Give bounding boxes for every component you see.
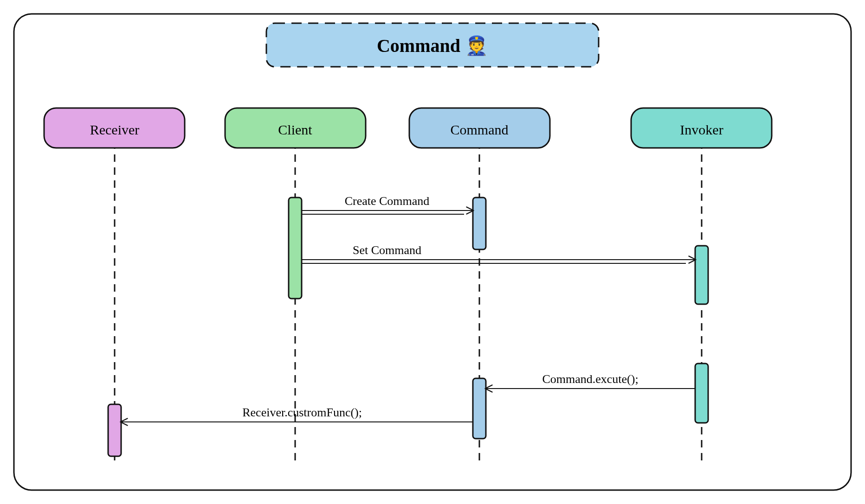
message-receiver-custom-func-label: Receiver.custromFunc(); xyxy=(242,406,362,419)
message-set-command-label: Set Command xyxy=(353,243,421,257)
activation-command-1 xyxy=(473,198,486,249)
diagram-frame xyxy=(14,14,851,490)
message-command-execute-label: Command.excute(); xyxy=(542,372,638,386)
sequence-diagram: Command 👮 Receiver Client Command Invoke… xyxy=(0,0,865,504)
activation-client xyxy=(289,198,302,299)
activation-receiver xyxy=(108,404,121,456)
activation-invoker-1 xyxy=(695,246,708,304)
actor-client-label: Client xyxy=(278,122,312,137)
activation-command-2 xyxy=(473,378,486,439)
diagram-title: Command 👮 xyxy=(377,34,488,57)
message-create-command-label: Create Command xyxy=(345,194,430,208)
actor-invoker-label: Invoker xyxy=(680,122,723,137)
actor-receiver-label: Receiver xyxy=(90,122,140,137)
activation-invoker-2 xyxy=(695,364,708,423)
actor-command-label: Command xyxy=(451,122,509,137)
